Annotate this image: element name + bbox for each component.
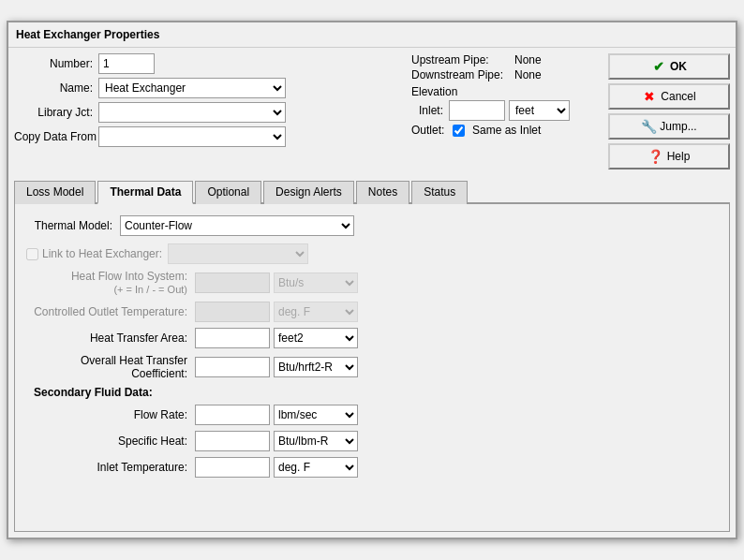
specific-heat-unit-select[interactable]: Btu/lbm-R kJ/kg-K xyxy=(274,431,358,451)
link-heat-exchanger-select[interactable] xyxy=(168,243,308,264)
inlet-temp-unit-select[interactable]: deg. F deg. C K xyxy=(274,457,358,478)
outlet-elevation-row: Outlet: Same as Inlet xyxy=(411,124,599,137)
overall-heat-transfer-input[interactable] xyxy=(195,357,270,377)
copy-data-label: Copy Data From Jct... xyxy=(14,130,98,143)
jump-icon: 🔧 xyxy=(641,119,656,134)
tab-notes[interactable]: Notes xyxy=(356,181,409,204)
inlet-temp-row: Inlet Temperature: deg. F deg. C K xyxy=(45,457,718,478)
downstream-pipe-value: None xyxy=(514,68,542,81)
tab-thermal-data[interactable]: Thermal Data xyxy=(97,181,193,204)
library-jct-row: Library Jct: xyxy=(14,102,402,123)
top-left-fields: Number: Name: Heat Exchanger Library Jct… xyxy=(14,53,402,169)
copy-data-row: Copy Data From Jct... xyxy=(14,126,402,147)
flow-rate-unit-select[interactable]: lbm/sec kg/s g/s xyxy=(274,405,358,425)
downstream-pipe-row: Downstream Pipe: None xyxy=(411,68,599,81)
upstream-pipe-value: None xyxy=(514,53,542,66)
link-heat-exchanger-row: Link to Heat Exchanger: xyxy=(26,243,718,264)
link-heat-exchanger-label: Link to Heat Exchanger: xyxy=(42,247,162,260)
inlet-elevation-label: Inlet: xyxy=(411,104,449,117)
tabs-bar: Loss Model Thermal Data Optional Design … xyxy=(14,179,730,204)
overall-heat-transfer-row: Overall Heat Transfer Coefficient: Btu/h… xyxy=(26,354,718,380)
elevation-label: Elevation xyxy=(411,85,599,98)
tab-loss-model[interactable]: Loss Model xyxy=(14,181,96,204)
upstream-pipe-label: Upstream Pipe: xyxy=(411,53,514,66)
specific-heat-input[interactable] xyxy=(195,431,270,451)
thermal-model-row: Thermal Model: Counter-Flow Co-Flow Cros… xyxy=(26,215,718,236)
heat-flow-label: Heat Flow Into System: (+ = In / - = Out… xyxy=(26,270,195,296)
elevation-section: Elevation Inlet: feet m Outlet: Same as … xyxy=(411,85,599,137)
jump-label: Jump... xyxy=(660,120,696,133)
flow-rate-row: Flow Rate: lbm/sec kg/s g/s xyxy=(45,405,718,425)
heat-transfer-area-row: Heat Transfer Area: feet2 m2 cm2 xyxy=(26,328,718,348)
thermal-model-select[interactable]: Counter-Flow Co-Flow Cross-Flow xyxy=(120,215,354,236)
ok-button[interactable]: ✔ OK xyxy=(608,53,730,80)
secondary-fluid-header: Secondary Fluid Data: xyxy=(34,386,718,399)
controlled-outlet-label: Controlled Outlet Temperature: xyxy=(26,305,195,318)
inlet-elevation-unit-select[interactable]: feet m xyxy=(509,100,570,121)
name-label: Name: xyxy=(14,81,98,95)
copy-data-select[interactable] xyxy=(98,126,286,147)
pipe-section: Upstream Pipe: None Downstream Pipe: Non… xyxy=(411,53,599,81)
overall-heat-transfer-unit-select[interactable]: Btu/hrft2-R W/m2-K xyxy=(274,357,358,377)
downstream-pipe-label: Downstream Pipe: xyxy=(411,68,514,81)
tab-design-alerts[interactable]: Design Alerts xyxy=(263,181,354,204)
library-jct-label: Library Jct: xyxy=(14,106,98,119)
link-heat-exchanger-checkbox[interactable] xyxy=(26,248,38,260)
specific-heat-row: Specific Heat: Btu/lbm-R kJ/kg-K xyxy=(45,431,718,451)
heat-transfer-area-unit-select[interactable]: feet2 m2 cm2 xyxy=(274,328,358,348)
overall-heat-transfer-label: Overall Heat Transfer Coefficient: xyxy=(26,354,195,380)
flow-rate-input[interactable] xyxy=(195,405,270,425)
inlet-temp-input[interactable] xyxy=(195,457,270,478)
same-as-inlet-checkbox[interactable] xyxy=(453,125,465,137)
main-window: Heat Exchanger Properties Number: Name: … xyxy=(7,21,737,539)
inlet-elevation-input[interactable] xyxy=(449,100,505,121)
ok-label: OK xyxy=(670,60,687,73)
name-select[interactable]: Heat Exchanger xyxy=(98,78,286,98)
help-icon: ❓ xyxy=(648,149,663,164)
library-jct-select[interactable] xyxy=(98,102,286,123)
specific-heat-label: Specific Heat: xyxy=(45,435,195,448)
outlet-elevation-label: Outlet: xyxy=(411,124,449,137)
name-row: Name: Heat Exchanger xyxy=(14,78,402,98)
number-input[interactable] xyxy=(98,53,155,74)
flow-rate-label: Flow Rate: xyxy=(45,408,195,421)
heat-flow-row: Heat Flow Into System: (+ = In / - = Out… xyxy=(26,270,718,296)
thermal-tab-content: Thermal Model: Counter-Flow Co-Flow Cros… xyxy=(14,204,730,532)
heat-flow-unit-select[interactable]: Btu/s kW W xyxy=(274,273,358,293)
thermal-model-label: Thermal Model: xyxy=(26,219,120,232)
heat-flow-input[interactable] xyxy=(195,273,270,293)
cancel-button[interactable]: ✖ Cancel xyxy=(608,83,730,110)
cancel-icon: ✖ xyxy=(642,89,657,104)
inlet-elevation-row: Inlet: feet m xyxy=(411,100,599,121)
heat-transfer-area-label: Heat Transfer Area: xyxy=(26,332,195,345)
inlet-temp-label: Inlet Temperature: xyxy=(45,461,195,474)
upstream-pipe-row: Upstream Pipe: None xyxy=(411,53,599,66)
number-row: Number: xyxy=(14,53,402,74)
top-middle-fields: Upstream Pipe: None Downstream Pipe: Non… xyxy=(411,53,599,169)
heat-transfer-area-input[interactable] xyxy=(195,328,270,348)
number-label: Number: xyxy=(14,57,98,70)
ok-icon: ✔ xyxy=(651,59,666,74)
cancel-label: Cancel xyxy=(661,90,695,103)
title-bar: Heat Exchanger Properties xyxy=(8,22,736,48)
action-buttons: ✔ OK ✖ Cancel 🔧 Jump... ❓ Help xyxy=(608,53,730,169)
controlled-outlet-unit-select[interactable]: deg. F deg. C K xyxy=(274,302,358,322)
help-label: Help xyxy=(667,150,691,163)
tab-optional[interactable]: Optional xyxy=(195,181,261,204)
same-as-inlet-label: Same as Inlet xyxy=(472,124,541,137)
help-button[interactable]: ❓ Help xyxy=(608,143,730,169)
controlled-outlet-row: Controlled Outlet Temperature: deg. F de… xyxy=(26,302,718,322)
controlled-outlet-input[interactable] xyxy=(195,302,270,322)
top-section: Number: Name: Heat Exchanger Library Jct… xyxy=(8,48,736,175)
jump-button[interactable]: 🔧 Jump... xyxy=(608,113,730,140)
window-title: Heat Exchanger Properties xyxy=(16,28,159,41)
tab-status[interactable]: Status xyxy=(411,181,468,204)
